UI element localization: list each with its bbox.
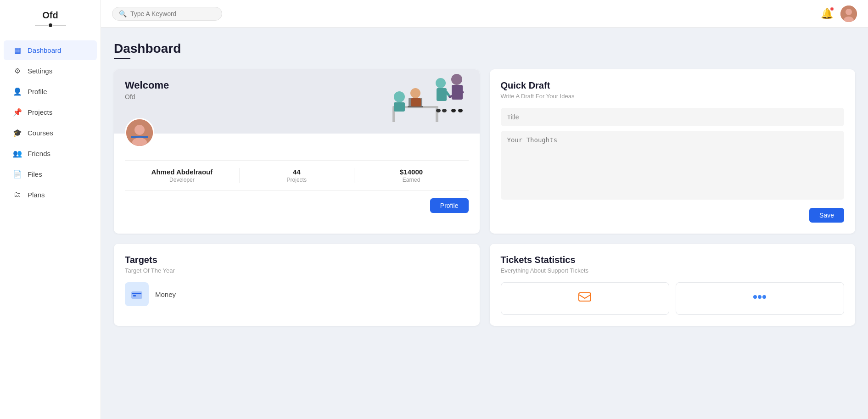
target-label: Money bbox=[155, 291, 176, 298]
user-profile-avatar bbox=[125, 118, 154, 147]
svg-rect-27 bbox=[132, 293, 141, 294]
quick-draft-card: Quick Draft Write A Draft For Your Ideas… bbox=[490, 69, 856, 234]
tickets-title: Tickets Statistics bbox=[501, 255, 845, 265]
search-icon: 🔍 bbox=[119, 10, 127, 17]
sidebar-nav: ▦ Dashboard ⚙ Settings 👤 Profile 📌 Proje… bbox=[0, 35, 101, 419]
welcome-card: Welcome Ofd bbox=[114, 69, 480, 234]
tickets-subtitle: Everything About Support Tickets bbox=[501, 267, 845, 274]
search-box[interactable]: 🔍 bbox=[112, 7, 222, 21]
draft-title-input[interactable] bbox=[501, 108, 845, 126]
sidebar-item-label: Dashboard bbox=[28, 46, 61, 54]
svg-point-18 bbox=[436, 109, 441, 112]
sidebar: Ofd ▦ Dashboard ⚙ Settings 👤 Profile 📌 P… bbox=[0, 0, 101, 419]
stat-projects: 44 Projects bbox=[240, 168, 354, 183]
svg-point-10 bbox=[410, 88, 420, 98]
header: 🔍 🔔 bbox=[101, 0, 868, 28]
friends-icon: 👥 bbox=[13, 149, 22, 158]
svg-point-31 bbox=[762, 295, 766, 299]
sidebar-item-label: Projects bbox=[28, 108, 52, 116]
settings-icon: ⚙ bbox=[13, 67, 22, 75]
ticket-closed-icon bbox=[753, 290, 767, 307]
logo-text: Ofd bbox=[9, 10, 91, 21]
svg-point-23 bbox=[134, 125, 145, 135]
svg-point-30 bbox=[758, 295, 762, 299]
draft-thoughts-input[interactable] bbox=[501, 131, 845, 200]
svg-point-15 bbox=[451, 74, 462, 85]
welcome-illustration bbox=[379, 69, 475, 129]
targets-title: Targets bbox=[125, 255, 469, 265]
sidebar-item-courses[interactable]: 🎓 Courses bbox=[4, 123, 97, 143]
avatar-image bbox=[840, 6, 857, 22]
svg-point-19 bbox=[442, 109, 447, 112]
projects-icon: 📌 bbox=[13, 108, 22, 117]
sidebar-item-label: Plans bbox=[28, 191, 45, 199]
projects-label: Projects bbox=[240, 177, 354, 183]
sidebar-item-files[interactable]: 📄 Files bbox=[4, 164, 97, 184]
sidebar-logo: Ofd bbox=[0, 0, 101, 35]
page-title: Dashboard bbox=[114, 41, 855, 56]
svg-point-32 bbox=[753, 295, 757, 299]
svg-point-1 bbox=[846, 9, 852, 15]
stat-earned: $14000 Earned bbox=[354, 168, 469, 183]
svg-rect-29 bbox=[579, 293, 591, 301]
tickets-stats bbox=[501, 282, 845, 315]
user-stats: Ahmed Abdelraouf Developer 44 Projects $… bbox=[125, 160, 469, 191]
target-item-money: Money bbox=[125, 282, 469, 306]
targets-card: Targets Target Of The Year Money bbox=[114, 244, 480, 326]
svg-point-6 bbox=[394, 91, 405, 102]
sidebar-item-label: Friends bbox=[28, 150, 50, 157]
sidebar-item-dashboard[interactable]: ▦ Dashboard bbox=[4, 40, 97, 60]
tickets-card: Tickets Statistics Everything About Supp… bbox=[490, 244, 856, 326]
svg-rect-7 bbox=[394, 102, 405, 112]
quick-draft-subtitle: Write A Draft For Your Ideas bbox=[501, 93, 845, 100]
svg-rect-11 bbox=[411, 98, 421, 106]
target-icon bbox=[125, 282, 149, 306]
projects-count: 44 bbox=[240, 168, 354, 176]
courses-icon: 🎓 bbox=[13, 128, 22, 137]
plans-icon: 🗂 bbox=[13, 190, 22, 199]
user-role: Developer bbox=[125, 177, 239, 183]
sidebar-item-label: Profile bbox=[28, 88, 47, 95]
second-row: Targets Target Of The Year Money Tickets bbox=[114, 244, 855, 326]
files-icon: 📄 bbox=[13, 170, 22, 179]
welcome-banner: Welcome Ofd bbox=[114, 69, 480, 134]
logo-decoration bbox=[9, 23, 91, 27]
notification-badge bbox=[830, 7, 834, 11]
sidebar-item-plans[interactable]: 🗂 Plans bbox=[4, 185, 97, 204]
sidebar-item-label: Files bbox=[28, 170, 42, 178]
sidebar-item-label: Courses bbox=[28, 129, 53, 137]
earned-label: Earned bbox=[354, 177, 469, 183]
main-content: Dashboard Welcome Ofd bbox=[101, 28, 868, 419]
svg-point-20 bbox=[451, 109, 456, 112]
sidebar-item-profile[interactable]: 👤 Profile bbox=[4, 82, 97, 101]
profile-button[interactable]: Profile bbox=[430, 198, 469, 213]
quick-draft-title: Quick Draft bbox=[501, 80, 845, 91]
title-underline bbox=[114, 58, 130, 59]
main-area: 🔍 🔔 Dashboard We bbox=[101, 0, 868, 419]
sidebar-item-projects[interactable]: 📌 Projects bbox=[4, 102, 97, 122]
sidebar-item-label: Settings bbox=[28, 67, 52, 75]
sidebar-item-friends[interactable]: 👥 Friends bbox=[4, 144, 97, 163]
svg-rect-26 bbox=[131, 291, 142, 299]
targets-subtitle: Target Of The Year bbox=[125, 267, 469, 274]
notification-button[interactable]: 🔔 bbox=[821, 8, 833, 20]
welcome-info: Ahmed Abdelraouf Developer 44 Projects $… bbox=[114, 151, 480, 222]
search-input[interactable] bbox=[130, 10, 215, 17]
profile-icon: 👤 bbox=[13, 87, 22, 96]
svg-rect-13 bbox=[437, 88, 447, 101]
ticket-open-icon bbox=[578, 290, 592, 307]
dashboard-icon: ▦ bbox=[13, 46, 22, 55]
save-button[interactable]: Save bbox=[809, 208, 844, 223]
stat-name: Ahmed Abdelraouf Developer bbox=[125, 168, 240, 183]
main-grid: Welcome Ofd bbox=[114, 69, 855, 234]
user-full-name: Ahmed Abdelraouf bbox=[125, 168, 239, 176]
header-actions: 🔔 bbox=[821, 6, 857, 22]
svg-point-12 bbox=[436, 78, 446, 88]
earned-amount: $14000 bbox=[354, 168, 469, 176]
ticket-stat-closed bbox=[676, 282, 844, 315]
ticket-stat-open bbox=[501, 282, 669, 315]
sidebar-item-settings[interactable]: ⚙ Settings bbox=[4, 61, 97, 81]
svg-rect-28 bbox=[133, 295, 136, 296]
user-avatar-button[interactable] bbox=[840, 6, 857, 22]
svg-point-21 bbox=[458, 109, 463, 112]
